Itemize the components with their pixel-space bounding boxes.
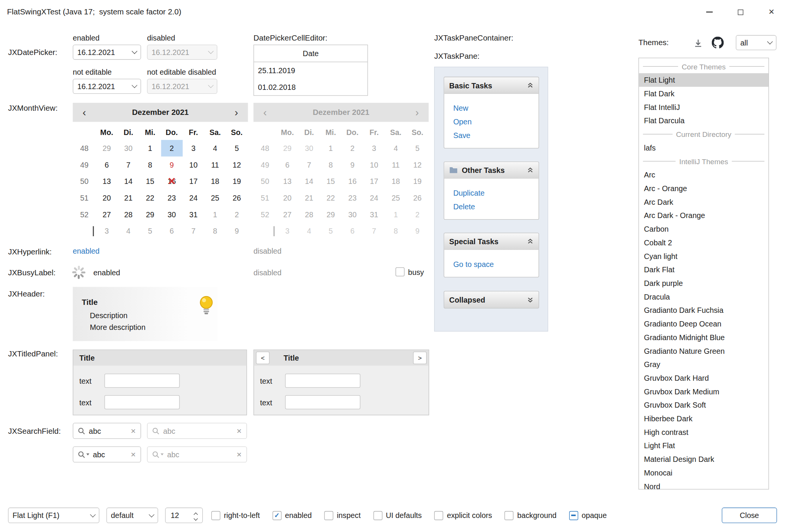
theme-item[interactable]: Gradianto Midnight Blue [639, 331, 768, 344]
theme-item[interactable]: Flat Light [639, 73, 768, 87]
checkbox-inspect[interactable]: inspect [324, 511, 361, 520]
calendar-day[interactable]: 3 [183, 140, 204, 157]
calendar-day[interactable]: 28 [118, 206, 139, 223]
theme-item[interactable]: Dracula [639, 290, 768, 304]
spinner-up-icon[interactable] [194, 512, 198, 516]
maximize-button[interactable] [725, 0, 756, 24]
checkbox-busy[interactable]: busy [395, 267, 424, 276]
calendar-day[interactable]: 25 [204, 190, 226, 206]
calendar-day[interactable]: 5 [139, 223, 161, 239]
datepicker-enabled[interactable]: 16.12.2021 [73, 45, 141, 60]
datepicker-dropdown-button[interactable] [129, 79, 141, 93]
taskpane-header[interactable]: Other Tasks [444, 162, 539, 179]
close-button[interactable]: Close [722, 508, 777, 523]
theme-item[interactable]: Arc Dark [639, 195, 768, 209]
font-combo[interactable]: default [106, 508, 158, 523]
checkbox-explicit-colors[interactable]: explicit colors [434, 511, 492, 520]
calendar-day[interactable]: 7 [118, 157, 139, 173]
theme-item[interactable]: Cyan light [639, 249, 768, 263]
calendar-day[interactable]: 17 [183, 173, 204, 190]
checkbox-enabled[interactable]: ✓enabled [272, 511, 312, 520]
calendar-day[interactable]: 21 [118, 190, 139, 206]
checkbox-opaque[interactable]: opaque [569, 511, 607, 520]
themes-filter-combo[interactable]: all [736, 35, 776, 50]
calendar-day[interactable]: 15 [139, 173, 161, 190]
title-left-button[interactable]: < [256, 352, 270, 364]
spinner-down-icon[interactable] [194, 516, 198, 520]
theme-item[interactable]: Gruvbox Dark Hard [639, 371, 768, 385]
theme-item[interactable]: Gruvbox Dark Soft [639, 398, 768, 412]
theme-item[interactable]: Arc - Orange [639, 182, 768, 195]
theme-item[interactable]: High contrast [639, 425, 768, 439]
calendar-day[interactable]: 4 [118, 223, 139, 239]
theme-item[interactable]: Gradianto Dark Fuchsia [639, 303, 768, 317]
calendar-day[interactable]: 6 [96, 157, 118, 173]
calendar-day[interactable]: 30 [161, 206, 183, 223]
calendar-day[interactable]: 7 [183, 223, 204, 239]
prev-month-button[interactable]: ‹ [73, 103, 96, 122]
calendar-day[interactable]: 8 [204, 223, 226, 239]
checkbox-background[interactable]: background [505, 511, 557, 520]
search-menu-icon[interactable] [78, 450, 89, 458]
calendar-day[interactable]: 27 [96, 206, 118, 223]
theme-item[interactable]: Gradianto Nature Green [639, 344, 768, 358]
hyperlink-enabled[interactable]: enabled [73, 247, 100, 255]
calendar-day[interactable]: 11 [204, 157, 226, 173]
font-size-spinner[interactable]: 12 [165, 508, 203, 523]
theme-item[interactable]: Flat Darcula [639, 114, 768, 127]
github-icon[interactable] [711, 36, 724, 49]
table-column-header[interactable]: Date [254, 45, 367, 62]
taskpane-link[interactable]: Save [453, 129, 538, 142]
taskpane-link[interactable]: Open [453, 115, 538, 129]
calendar-day[interactable]: 13 [96, 173, 118, 190]
theme-item[interactable]: Arc Dark - Orange [639, 209, 768, 222]
theme-item[interactable]: Flat IntelliJ [639, 100, 768, 114]
theme-item[interactable]: Hiberbee Dark [639, 412, 768, 425]
clear-icon[interactable]: ✕ [131, 450, 136, 458]
calendar-day[interactable]: 4 [204, 140, 226, 157]
text-input[interactable] [285, 373, 360, 388]
calendar-day[interactable]: 29 [139, 206, 161, 223]
theme-item[interactable]: Flat Dark [639, 87, 768, 100]
theme-item[interactable]: Gruvbox Dark Medium [639, 385, 768, 399]
checkbox-right-to-left[interactable]: right-to-left [211, 511, 260, 520]
theme-item[interactable]: Light Flat [639, 439, 768, 452]
laf-combo[interactable]: Flat Light (F1) [8, 508, 99, 523]
calendar-day[interactable]: 14 [118, 173, 139, 190]
calendar-day[interactable]: 2 [226, 206, 247, 223]
minimize-button[interactable] [694, 0, 725, 24]
taskpane-link[interactable]: Duplicate [453, 186, 538, 200]
calendar-day[interactable]: 9 [226, 223, 247, 239]
calendar-day[interactable]: 5 [226, 140, 247, 157]
calendar-day[interactable]: 18 [204, 173, 226, 190]
datepicker-not-editable[interactable]: 16.12.2021 [73, 79, 141, 94]
taskpane-header[interactable]: Collapsed [444, 291, 539, 308]
checkbox-ui-defaults[interactable]: UI defaults [373, 511, 422, 520]
calendar-day[interactable]: 1 [139, 140, 161, 157]
taskpane-header[interactable]: Special Tasks [444, 233, 539, 250]
taskpane-link[interactable]: Go to space [453, 257, 538, 271]
theme-item[interactable]: Dark purple [639, 276, 768, 290]
theme-item[interactable]: Material Design Dark [639, 452, 768, 466]
search-field-with-menu[interactable]: abc ✕ [73, 446, 141, 462]
calendar-day[interactable]: 2 [161, 140, 183, 157]
calendar-day[interactable]: 16 [161, 173, 183, 190]
theme-item[interactable]: Monocai [639, 466, 768, 480]
calendar-day[interactable]: 31 [183, 206, 204, 223]
calendar-day[interactable]: 3 [96, 223, 118, 239]
calendar-day[interactable]: 19 [226, 173, 247, 190]
table-row[interactable]: 25.11.2019 [254, 62, 367, 79]
calendar-day[interactable]: 1 [204, 206, 226, 223]
download-icon[interactable] [692, 37, 704, 49]
search-field-enabled[interactable]: abc ✕ [73, 423, 141, 439]
theme-item[interactable]: Cobalt 2 [639, 236, 768, 250]
text-input[interactable] [104, 373, 179, 388]
taskpane-link[interactable]: New [453, 101, 538, 115]
theme-item[interactable]: lafs [639, 141, 768, 155]
taskpane-header[interactable]: Basic Tasks [444, 77, 539, 94]
title-right-button[interactable]: > [413, 352, 427, 364]
theme-item[interactable]: Carbon [639, 222, 768, 236]
close-window-button[interactable]: ✕ [756, 0, 787, 24]
calendar-day[interactable]: 24 [183, 190, 204, 206]
theme-item[interactable]: Nord [639, 480, 768, 490]
